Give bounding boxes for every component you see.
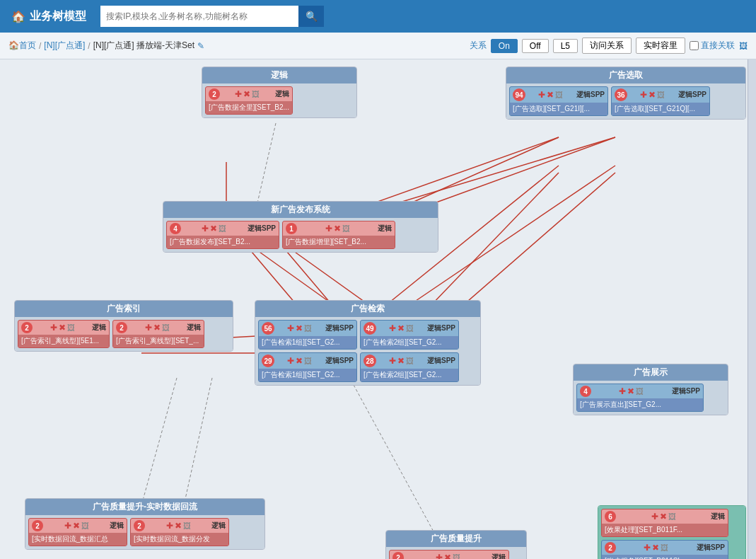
card-zhanshi-1[interactable]: 4 ✚ ✖ 🖼 逻辑SPP [广告展示直出][SET_G2... xyxy=(576,384,704,412)
on-button[interactable]: On xyxy=(491,39,518,53)
card-zhiliang-shishi-2[interactable]: 2 ✚ ✖ 🖼 逻辑 [实时数据回流_数据分发 xyxy=(130,518,229,546)
realtime-button[interactable]: 实时容里 xyxy=(636,38,685,54)
card-zhiliang-shishi-1[interactable]: 2 ✚ ✖ 🖼 逻辑 [实时数据回流_数据汇总 xyxy=(28,518,127,546)
plus-icon[interactable]: ✚ xyxy=(644,543,651,553)
x-icon[interactable]: ✖ xyxy=(547,90,554,100)
img-icon[interactable]: 🖼 xyxy=(406,324,414,333)
direct-checkbox[interactable] xyxy=(690,41,699,50)
x-icon[interactable]: ✖ xyxy=(660,512,667,521)
plus-icon[interactable]: ✚ xyxy=(64,521,71,531)
card-youhua-1[interactable]: 6 ✚ ✖ 🖼 逻辑 [效果处理][SET_B011F... xyxy=(601,509,728,537)
x-icon[interactable]: ✖ xyxy=(153,323,161,333)
card-suoyin-1[interactable]: 2 ✚ ✖ 🖼 逻辑 [广告索引_离线型][5E1... xyxy=(18,320,110,348)
visit-button[interactable]: 访问关系 xyxy=(582,38,632,54)
breadcrumb-item1[interactable]: [N][广点通] xyxy=(44,40,85,52)
l5-button[interactable]: L5 xyxy=(553,39,578,53)
card-guanggao-shuju-1[interactable]: 2 ✚ ✖ 🖼 逻辑 [广告数据全里][SET_B2... xyxy=(205,86,293,115)
card-body: [广告检索2组][SET_G2... xyxy=(361,369,458,381)
card-num: 36 xyxy=(615,88,627,101)
img-icon[interactable]: 🖼 xyxy=(219,224,226,233)
x-icon[interactable]: ✖ xyxy=(296,356,303,366)
x-icon[interactable]: ✖ xyxy=(397,323,405,333)
plus-icon[interactable]: ✚ xyxy=(166,521,173,531)
plus-icon[interactable]: ✚ xyxy=(619,386,626,396)
x-icon[interactable]: ✖ xyxy=(296,323,303,333)
x-icon[interactable]: ✖ xyxy=(649,90,656,100)
card-jiansuo-3[interactable]: 29 ✚ ✖ 🖼 逻辑SPP [广告检索1组][SET_G2... xyxy=(258,352,357,382)
card-jiansuo-1[interactable]: 56 ✚ ✖ 🖼 逻辑SPP [广告检索1组][SET_G2... xyxy=(258,320,357,350)
search-bar[interactable]: 🔍 xyxy=(100,6,324,27)
card-type: 逻辑 xyxy=(378,224,392,234)
card-youhua-2[interactable]: 2 ✚ ✖ 🖼 逻辑SPP [账户服务][SET_B011SI... xyxy=(601,540,728,559)
breadcrumb-current: [N][广点通] 播放端-天津Set xyxy=(93,40,194,52)
image-icon[interactable]: 🖼 xyxy=(739,41,748,51)
x-icon[interactable]: ✖ xyxy=(334,224,341,234)
img-icon[interactable]: 🖼 xyxy=(183,521,191,530)
plus-icon[interactable]: ✚ xyxy=(287,323,294,333)
card-type: 逻辑 xyxy=(492,553,506,559)
x-icon[interactable]: ✖ xyxy=(73,521,80,531)
x-icon[interactable]: ✖ xyxy=(210,224,217,234)
plus-icon[interactable]: ✚ xyxy=(202,224,209,234)
plus-icon[interactable]: ✚ xyxy=(50,323,57,333)
img-icon[interactable]: 🖼 xyxy=(668,512,676,521)
img-icon[interactable]: 🖼 xyxy=(406,357,414,365)
img-icon[interactable]: 🖼 xyxy=(657,91,665,99)
node-guanggao-zhiliang: 广告质量提升 2 ✚ ✖ 🖼 逻辑 [广告质量数据统计_离线... xyxy=(385,530,527,559)
plus-icon[interactable]: ✚ xyxy=(640,90,647,100)
img-icon[interactable]: 🖼 xyxy=(252,90,260,98)
x-icon[interactable]: ✖ xyxy=(652,543,659,553)
img-icon[interactable]: 🖼 xyxy=(162,323,170,332)
img-icon[interactable]: 🖼 xyxy=(661,543,668,552)
plus-icon[interactable]: ✚ xyxy=(651,512,658,521)
direct-checkbox-label[interactable]: 直接关联 xyxy=(690,40,735,52)
node-content-xin-guanggao: 4 ✚ ✖ 🖼 逻辑SPP [广告数据发布][SET_B2... 1 ✚ ✖ xyxy=(163,218,438,252)
plus-icon[interactable]: ✚ xyxy=(325,224,332,234)
card-num: 2 xyxy=(116,322,127,333)
plus-icon[interactable]: ✚ xyxy=(287,356,294,366)
plus-icon[interactable]: ✚ xyxy=(389,323,396,333)
card-body: [广告展示直出][SET_G2... xyxy=(577,398,703,411)
x-icon[interactable]: ✖ xyxy=(444,553,451,559)
card-suoyin-2[interactable]: 2 ✚ ✖ 🖼 逻辑 [广告索引_离线型][SET_... xyxy=(112,320,204,348)
card-jiansuo-4[interactable]: 28 ✚ ✖ 🖼 逻辑SPP [广告检索2组][SET_G2... xyxy=(360,352,459,382)
plus-icon[interactable]: ✚ xyxy=(436,553,443,559)
img-icon[interactable]: 🖼 xyxy=(304,357,312,365)
x-icon[interactable]: ✖ xyxy=(397,356,405,366)
card-type: 逻辑 xyxy=(275,89,289,99)
plus-icon[interactable]: ✚ xyxy=(538,90,545,100)
card-xin-1[interactable]: 4 ✚ ✖ 🖼 逻辑SPP [广告数据发布][SET_B2... xyxy=(166,221,279,249)
x-icon[interactable]: ✖ xyxy=(627,386,634,396)
node-title-guanggao-zhanshi: 广告展示 xyxy=(574,364,728,381)
node-guanggao-zhanshi: 广告展示 4 ✚ ✖ 🖼 逻辑SPP [广告展示直出][SET_G2... xyxy=(573,364,728,415)
card-shuxuan-1[interactable]: 94 ✚ ✖ 🖼 逻辑SPP [广告选取][SET_G21I][... xyxy=(509,86,608,116)
search-button[interactable]: 🔍 xyxy=(298,6,324,27)
card-jiansuo-2[interactable]: 49 ✚ ✖ 🖼 逻辑SPP [广告检索2组][SET_G2... xyxy=(360,320,459,350)
card-body: [广告索引_离线型][5E1... xyxy=(18,335,109,347)
card-zhiliang-1[interactable]: 2 ✚ ✖ 🖼 逻辑 [广告质量数据统计_离线... xyxy=(389,550,509,559)
plus-icon[interactable]: ✚ xyxy=(145,323,152,333)
plus-icon[interactable]: ✚ xyxy=(235,89,242,99)
img-icon[interactable]: 🖼 xyxy=(342,224,350,233)
img-icon[interactable]: 🖼 xyxy=(555,91,563,99)
card-num: 2 xyxy=(605,542,616,553)
img-icon[interactable]: 🖼 xyxy=(453,553,460,559)
scrollbar[interactable] xyxy=(748,59,756,559)
card-xin-2[interactable]: 1 ✚ ✖ 🖼 逻辑 [广告数据增里][SET_B2... xyxy=(282,221,395,249)
x-icon[interactable]: ✖ xyxy=(243,89,250,99)
x-icon[interactable]: ✖ xyxy=(59,323,66,333)
plus-icon[interactable]: ✚ xyxy=(389,356,396,366)
img-icon[interactable]: 🖼 xyxy=(304,324,312,333)
edit-icon[interactable]: ✎ xyxy=(197,41,204,51)
card-shuxuan-2[interactable]: 36 ✚ ✖ 🖼 逻辑SPP [广告选取][SET_G21Q][... xyxy=(611,86,710,116)
breadcrumb-home[interactable]: 🏠首页 xyxy=(8,40,36,52)
img-icon[interactable]: 🖼 xyxy=(636,387,644,396)
search-input[interactable] xyxy=(100,6,298,27)
card-body: [账户服务][SET_B011SI... xyxy=(602,555,728,559)
node-youhua: 6 ✚ ✖ 🖼 逻辑 [效果处理][SET_B011F... 2 ✚ ✖ xyxy=(598,505,746,559)
card-type: 逻辑 xyxy=(110,521,124,531)
img-icon[interactable]: 🖼 xyxy=(81,521,89,530)
x-icon[interactable]: ✖ xyxy=(175,521,182,531)
img-icon[interactable]: 🖼 xyxy=(67,323,75,332)
off-button[interactable]: Off xyxy=(522,39,549,53)
